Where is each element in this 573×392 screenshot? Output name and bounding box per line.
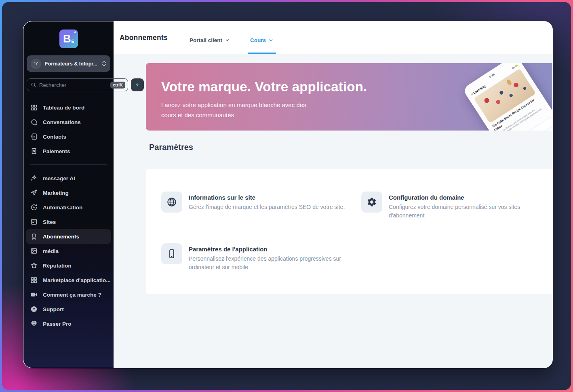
tab-label: Cours: [250, 37, 266, 43]
banner-phone-zone: 12:09 ≡ Learning The Cake Book: Recipe C…: [463, 63, 552, 131]
sidebar-item-label: Support: [43, 306, 64, 312]
sidebar-item-label: Automatisation: [43, 204, 82, 211]
sidebar: BE 4 Formateurs & Infopr... ctrlK: [23, 21, 114, 368]
sidebar-item-sites[interactable]: Sites: [26, 215, 111, 229]
setting-desc: Personnalisez l'expérience des applicati…: [189, 255, 347, 272]
main-area: Abonnements Portail client Cours Votre m…: [114, 21, 552, 368]
setting-desc: Configurez votre domaine personnalisé su…: [389, 203, 525, 220]
mobile-phone-icon: [161, 243, 182, 264]
svg-text:?: ?: [33, 307, 35, 311]
setting-title: Configuration du domaine: [389, 194, 525, 201]
setting-site-information[interactable]: Informations sur le site Gérez l'image d…: [161, 192, 361, 213]
sidebar-item-passer-pro[interactable]: Passer Pro: [26, 316, 111, 331]
sidebar-nav: Tableau de bord Conversations Contacts P…: [23, 100, 114, 331]
search-row: ctrlK: [27, 78, 110, 91]
sparkles-icon: [30, 175, 38, 182]
video-camera-icon: [30, 291, 38, 298]
setting-text: Informations sur le site Gérez l'image d…: [189, 192, 345, 213]
promo-banner[interactable]: Votre marque. Votre application. Lancez …: [146, 63, 552, 131]
question-circle-icon: ?: [30, 306, 38, 313]
tab-label: Portail client: [190, 37, 222, 43]
search-shortcut-badge: ctrlK: [110, 82, 125, 89]
gear-icon: [361, 192, 382, 213]
address-book-icon: [30, 133, 38, 140]
quick-actions-button[interactable]: [131, 78, 144, 91]
sidebar-item-contacts[interactable]: Contacts: [26, 129, 111, 144]
sidebar-item-label: Comment ça marche ?: [43, 292, 101, 298]
sidebar-item-label: Tableau de bord: [43, 105, 84, 111]
sidebar-item-label: Conversations: [43, 119, 81, 125]
chevron-up-down-icon: [102, 61, 106, 67]
banner-subtitle-line1: Lancez votre application en marque blanc…: [161, 101, 306, 108]
app-logo[interactable]: BE 4: [59, 30, 78, 48]
sidebar-item-label: Abonnements: [43, 234, 79, 240]
setting-text: Paramètres de l'application Personnalise…: [189, 243, 347, 272]
tab-portail-client[interactable]: Portail client: [187, 21, 232, 54]
sidebar-item-label: Marketplace d'applicatio...: [43, 277, 111, 283]
banner-subtitle-line2: cours et des communautés: [161, 112, 234, 118]
image-icon: [30, 247, 38, 255]
sidebar-item-label: Sites: [43, 219, 56, 225]
sidebar-item-label: messager AI: [43, 175, 75, 181]
settings-heading: Paramètres: [149, 143, 552, 152]
setting-application-settings[interactable]: Paramètres de l'application Personnalise…: [161, 243, 361, 272]
logo-sub: E: [71, 39, 74, 44]
phone-mockup: 12:09 ≡ Learning The Cake Book: Recipe C…: [462, 63, 552, 131]
magic-wand-icon: [31, 59, 41, 69]
setting-title: Paramètres de l'application: [189, 246, 347, 253]
paper-plane-icon: [30, 189, 38, 196]
setting-desc: Gérez l'image de marque et les paramètre…: [189, 203, 345, 211]
sidebar-item-reputation[interactable]: Réputation: [26, 258, 111, 273]
sidebar-item-abonnements[interactable]: Abonnements: [26, 229, 111, 244]
search-input[interactable]: [39, 82, 110, 88]
page-title: Abonnements: [120, 34, 168, 42]
sidebar-divider: [30, 164, 107, 164]
sidebar-item-label: Paiements: [43, 148, 70, 154]
logo-wrap: BE 4: [23, 25, 114, 54]
setting-domain-configuration[interactable]: Configuration du domaine Configurez votr…: [361, 192, 540, 220]
sidebar-item-label: Réputation: [43, 263, 72, 269]
search-box[interactable]: ctrlK: [27, 78, 128, 91]
globe-icon: [161, 192, 182, 213]
dashboard-icon: [30, 104, 38, 111]
setting-text: Configuration du domaine Configurez votr…: [389, 192, 525, 220]
chat-bubble-icon: [30, 118, 38, 126]
chevron-down-icon: [268, 38, 274, 43]
sidebar-item-comment-ca-marche[interactable]: Comment ça marche ?: [26, 287, 111, 302]
star-icon: [30, 262, 38, 269]
search-icon: [31, 82, 36, 88]
sidebar-item-conversations[interactable]: Conversations: [26, 115, 111, 129]
receipt-dollar-icon: [30, 148, 38, 155]
chevron-down-icon: [225, 38, 230, 43]
sidebar-item-label: Contacts: [43, 134, 66, 140]
sidebar-item-tableau-de-bord[interactable]: Tableau de bord: [26, 100, 111, 115]
sidebar-item-media[interactable]: média: [26, 244, 111, 258]
app-window: BE 4 Formateurs & Infopr... ctrlK: [23, 21, 553, 368]
logo-letter: B: [63, 34, 71, 44]
sidebar-item-label: Passer Pro: [43, 321, 72, 327]
apps-grid-icon: [30, 276, 38, 284]
sidebar-item-messager-ai[interactable]: messager AI: [26, 171, 111, 185]
content-area: Votre marque. Votre application. Lancez …: [114, 54, 552, 368]
award-badge-icon: [30, 233, 38, 240]
main-header: Abonnements Portail client Cours: [114, 21, 552, 54]
gem-icon: [30, 320, 38, 327]
sidebar-item-marketing[interactable]: Marketing: [26, 185, 111, 200]
sidebar-item-paiements[interactable]: Paiements: [26, 144, 111, 158]
phone-signal-icons: [512, 64, 518, 69]
sidebar-item-automatisation[interactable]: Automatisation: [26, 200, 111, 215]
sidebar-item-marketplace[interactable]: Marketplace d'applicatio...: [26, 273, 111, 287]
logo-sup: 4: [74, 31, 76, 34]
workspace-label: Formateurs & Infopr...: [45, 61, 102, 67]
sidebar-item-label: média: [43, 248, 59, 254]
tab-bar: Portail client Cours: [187, 21, 291, 54]
sidebar-item-label: Marketing: [43, 190, 69, 196]
browser-window-icon: [30, 218, 38, 226]
lightning-bolt-icon: [135, 82, 140, 88]
settings-card: Informations sur le site Gérez l'image d…: [146, 169, 552, 294]
sidebar-item-support[interactable]: ? Support: [26, 302, 111, 316]
tab-cours[interactable]: Cours: [248, 21, 276, 54]
automation-play-icon: [30, 204, 38, 211]
workspace-selector[interactable]: Formateurs & Infopr...: [27, 55, 110, 72]
setting-title: Informations sur le site: [189, 194, 345, 201]
